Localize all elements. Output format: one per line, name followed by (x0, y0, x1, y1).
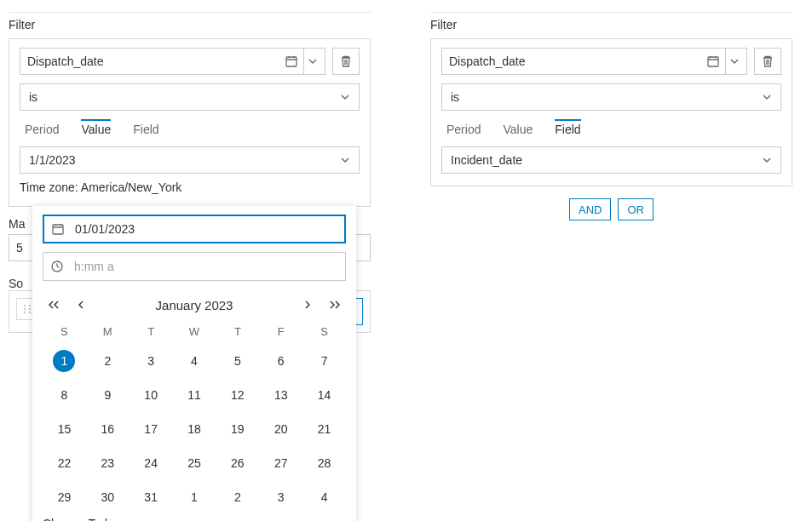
next-month-button[interactable] (300, 297, 315, 312)
chevron-down-icon (762, 155, 772, 165)
calendar-day[interactable]: 11 (173, 384, 216, 406)
calendar-day[interactable]: 1 (173, 486, 216, 508)
calendar-day[interactable]: 19 (216, 418, 259, 440)
next-year-button[interactable] (327, 297, 343, 312)
date-picker-popup: January 2023 SMTWTFS12345678910111213141… (32, 206, 356, 521)
operator-select[interactable]: is (20, 83, 360, 111)
delete-filter-button[interactable] (754, 48, 781, 75)
timezone-label: Time zone: America/New_York (20, 180, 360, 194)
calendar-day[interactable]: 13 (259, 384, 302, 406)
calendar-day[interactable]: 9 (86, 384, 130, 406)
divider (725, 49, 726, 74)
calendar-day[interactable]: 15 (43, 418, 86, 440)
svg-point-6 (29, 312, 31, 313)
svg-point-1 (24, 305, 26, 306)
day-of-week-header: S (43, 325, 86, 338)
input-type-tabs: Period Value Field (25, 123, 360, 138)
calendar-clear-button[interactable]: Clear (43, 517, 71, 521)
field-select[interactable]: Dispatch_date (441, 48, 747, 75)
svg-line-10 (57, 266, 60, 268)
calendar-day[interactable]: 4 (302, 486, 346, 508)
calendar-day[interactable]: 14 (302, 384, 346, 406)
day-of-week-header: T (130, 325, 173, 338)
chevron-down-icon (340, 92, 350, 102)
tab-field[interactable]: Field (555, 119, 580, 138)
calendar-day[interactable]: 17 (130, 418, 173, 440)
calendar-icon (285, 54, 298, 68)
calendar-day[interactable]: 5 (216, 350, 259, 372)
calendar-day[interactable]: 22 (43, 452, 86, 474)
operator-label: is (451, 90, 762, 104)
svg-point-4 (29, 308, 31, 310)
calendar-header: January 2023 (43, 293, 346, 317)
calendar-day[interactable]: 16 (86, 418, 130, 440)
calendar-day[interactable]: 3 (130, 350, 173, 372)
calendar-day[interactable]: 2 (86, 350, 130, 372)
calendar-day[interactable]: 4 (173, 350, 216, 372)
comparison-field-label: Incident_date (451, 153, 762, 167)
tab-value[interactable]: Value (503, 123, 533, 138)
calendar-day[interactable]: 3 (259, 486, 302, 508)
date-value-select[interactable]: 1/1/2023 (20, 146, 360, 174)
calendar-day[interactable]: 1 (53, 350, 75, 372)
calendar-day[interactable]: 10 (130, 384, 173, 406)
calendar-day[interactable]: 7 (302, 350, 346, 372)
tab-period[interactable]: Period (25, 123, 59, 138)
svg-rect-0 (286, 57, 297, 66)
and-button[interactable]: AND (569, 198, 611, 220)
calendar-day[interactable]: 31 (130, 486, 173, 508)
or-button[interactable]: OR (618, 198, 654, 220)
field-select[interactable]: Dispatch_date (20, 48, 325, 75)
svg-rect-7 (53, 225, 63, 234)
calendar-month-label: January 2023 (156, 298, 233, 312)
calendar-grid: SMTWTFS123456789101112131415161718192021… (43, 325, 346, 508)
calendar-day[interactable]: 29 (43, 486, 86, 508)
delete-filter-button[interactable] (332, 48, 360, 75)
calendar-today-button[interactable]: Today (88, 517, 119, 521)
max-features-value: 5 (16, 241, 23, 255)
svg-point-2 (29, 305, 31, 306)
operator-select[interactable]: is (441, 83, 781, 111)
field-select-label: Dispatch_date (449, 54, 706, 68)
svg-point-5 (24, 312, 26, 313)
tab-period[interactable]: Period (446, 123, 481, 138)
date-text-input[interactable] (73, 221, 337, 237)
day-of-week-header: F (259, 325, 302, 338)
calendar-day[interactable]: 2 (216, 486, 259, 508)
filter-panel-left: Dispatch_date is (9, 38, 371, 207)
calendar-day[interactable]: 6 (259, 350, 302, 372)
calendar-day[interactable]: 18 (173, 418, 216, 440)
calendar-day[interactable]: 27 (259, 452, 302, 474)
time-text-input[interactable] (72, 259, 338, 274)
filter-panel-right: Dispatch_date is (430, 38, 792, 186)
prev-year-button[interactable] (46, 297, 61, 312)
comparison-field-select[interactable]: Incident_date (441, 146, 781, 174)
calendar-day[interactable]: 24 (130, 452, 173, 474)
filter-section-title: Filter (9, 12, 371, 38)
calendar-day[interactable]: 20 (259, 418, 302, 440)
prev-month-button[interactable] (73, 297, 89, 312)
calendar-icon (51, 222, 65, 236)
divider (303, 49, 304, 74)
calendar-day[interactable]: 8 (43, 384, 86, 406)
date-input[interactable] (43, 215, 346, 243)
calendar-day[interactable]: 26 (216, 452, 259, 474)
chevron-down-icon (729, 56, 740, 66)
sort-by-label: So (9, 277, 23, 290)
day-of-week-header: W (173, 325, 216, 338)
svg-rect-11 (708, 57, 718, 66)
calendar-day[interactable]: 23 (86, 452, 130, 474)
time-input[interactable] (43, 252, 346, 281)
operator-label: is (29, 90, 340, 104)
tab-value[interactable]: Value (81, 119, 111, 138)
clock-icon (50, 260, 64, 273)
calendar-day[interactable]: 21 (302, 418, 346, 440)
svg-point-3 (24, 308, 26, 310)
tab-field[interactable]: Field (133, 123, 158, 138)
calendar-day[interactable]: 25 (173, 452, 216, 474)
calendar-day[interactable]: 28 (302, 452, 346, 474)
chevron-down-icon (762, 92, 772, 102)
calendar-day[interactable]: 30 (86, 486, 130, 508)
calendar-day[interactable]: 12 (216, 384, 259, 406)
calendar-icon (706, 54, 720, 68)
